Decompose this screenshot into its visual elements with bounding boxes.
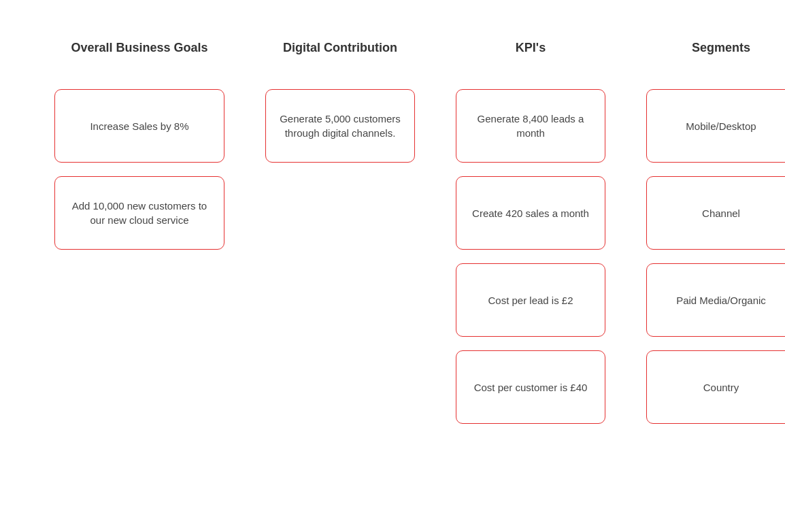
card-paid-media: Paid Media/Organic bbox=[646, 263, 785, 337]
card-cost-per-lead: Cost per lead is £2 bbox=[456, 263, 605, 337]
header-col2: Digital Contribution bbox=[265, 41, 415, 62]
header-col1: Overall Business Goals bbox=[54, 41, 224, 62]
header-col3: KPI's bbox=[456, 41, 605, 62]
card-mobile-desktop: Mobile/Desktop bbox=[646, 89, 785, 163]
column-kpis: Generate 8,400 leads a month Create 420 … bbox=[456, 89, 605, 424]
page: Overall Business Goals Digital Contribut… bbox=[0, 0, 785, 451]
column-segments: Mobile/Desktop Channel Paid Media/Organi… bbox=[646, 89, 785, 424]
card-country: Country bbox=[646, 350, 785, 424]
card-generate-customers: Generate 5,000 customers through digital… bbox=[265, 89, 415, 163]
column-overall-business-goals: Increase Sales by 8% Add 10,000 new cust… bbox=[54, 89, 224, 250]
card-create-sales: Create 420 sales a month bbox=[456, 176, 605, 250]
card-cost-per-customer: Cost per customer is £40 bbox=[456, 350, 605, 424]
column-digital-contribution: Generate 5,000 customers through digital… bbox=[265, 89, 415, 163]
card-channel: Channel bbox=[646, 176, 785, 250]
card-add-customers: Add 10,000 new customers to our new clou… bbox=[54, 176, 224, 250]
card-generate-leads: Generate 8,400 leads a month bbox=[456, 89, 605, 163]
card-increase-sales: Increase Sales by 8% bbox=[54, 89, 224, 163]
header-col4: Segments bbox=[646, 41, 785, 62]
